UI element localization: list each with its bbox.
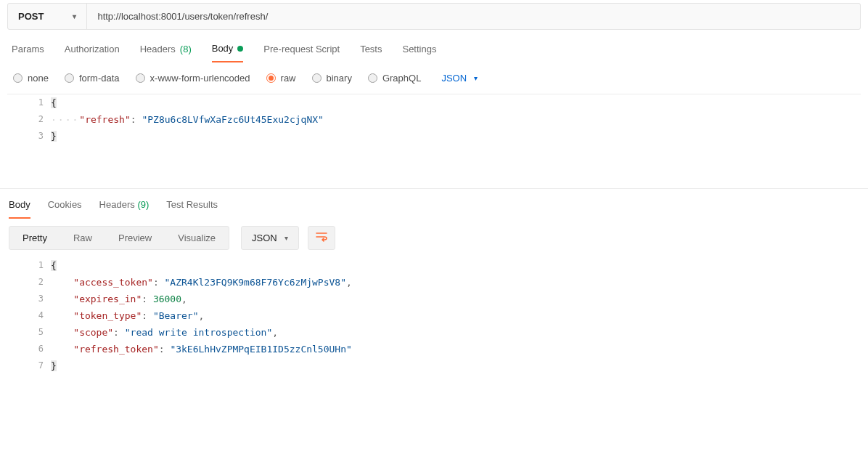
chevron-down-icon: ▾ xyxy=(474,74,478,82)
line-number: 6 xyxy=(7,341,51,357)
line-wrap-button[interactable] xyxy=(308,226,335,250)
tab-body[interactable]: Body xyxy=(212,43,244,62)
line-number: 2 xyxy=(7,274,51,291)
radio-icon xyxy=(65,73,74,83)
radio-label: none xyxy=(28,73,49,84)
response-tabs: Body Cookies Headers (9) Test Results xyxy=(0,188,868,219)
resp-tab-cookies[interactable]: Cookies xyxy=(48,199,82,219)
line-number: 1 xyxy=(7,94,51,111)
radio-label: form-data xyxy=(79,73,120,84)
resp-tab-test-results[interactable]: Test Results xyxy=(166,199,218,219)
radio-icon xyxy=(266,73,276,83)
line-number: 7 xyxy=(7,357,51,374)
view-preview-button[interactable]: Preview xyxy=(105,227,165,249)
code-content: { xyxy=(51,94,861,111)
radio-icon xyxy=(312,73,322,83)
tab-settings[interactable]: Settings xyxy=(402,43,436,62)
radio-form-data[interactable]: form-data xyxy=(65,73,120,84)
radio-label: raw xyxy=(281,73,296,84)
request-tabs: Params Authorization Headers (8) Body Pr… xyxy=(0,30,868,62)
code-content: { xyxy=(51,257,861,274)
radio-label: x-www-form-urlencoded xyxy=(150,73,250,84)
tab-headers[interactable]: Headers (8) xyxy=(140,43,192,62)
code-line: 2 ····"refresh": "PZ8u6c8LVfwXaFzc6Ut45E… xyxy=(7,111,861,128)
http-method-select[interactable]: POST ▾ xyxy=(8,4,87,29)
radio-label: binary xyxy=(327,73,352,84)
code-content: "access_token": "AZR4Kl23FQ9K9m68F76Yc6z… xyxy=(51,274,861,291)
radio-icon xyxy=(136,73,145,83)
view-pretty-button[interactable]: Pretty xyxy=(9,227,60,249)
code-line: 6 "refresh_token": "3kE6LhHvZPMPqEIB1ID5… xyxy=(7,341,861,357)
radio-none[interactable]: none xyxy=(13,73,49,84)
tab-prerequest[interactable]: Pre-request Script xyxy=(263,43,340,62)
view-visualize-button[interactable]: Visualize xyxy=(165,227,229,249)
resp-headers-label: Headers xyxy=(99,199,135,210)
content-type-select[interactable]: JSON ▾ xyxy=(441,73,478,84)
tab-tests[interactable]: Tests xyxy=(360,43,382,62)
code-content: "token_type": "Bearer", xyxy=(51,307,861,324)
tab-headers-label: Headers xyxy=(140,44,176,54)
response-format-select[interactable]: JSON ▾ xyxy=(241,226,299,250)
body-type-selector: none form-data x-www-form-urlencoded raw… xyxy=(0,62,868,94)
code-line: 1 { xyxy=(7,257,861,274)
resp-tab-body[interactable]: Body xyxy=(9,199,30,219)
code-line: 5 "scope": "read write introspection", xyxy=(7,324,861,341)
code-content: ····"refresh": "PZ8u6c8LVfwXaFzc6Ut45Exu… xyxy=(51,111,861,128)
radio-icon xyxy=(368,73,377,83)
line-wrap-icon xyxy=(316,232,327,242)
response-body-viewer[interactable]: 1 { 2 "access_token": "AZR4Kl23FQ9K9m68F… xyxy=(7,257,861,374)
chevron-down-icon: ▾ xyxy=(73,12,76,20)
view-raw-button[interactable]: Raw xyxy=(60,227,105,249)
line-number: 1 xyxy=(7,257,51,274)
chevron-down-icon: ▾ xyxy=(284,234,288,242)
headers-count: (8) xyxy=(180,44,192,54)
request-body-editor[interactable]: 1 { 2 ····"refresh": "PZ8u6c8LVfwXaFzc6U… xyxy=(7,94,861,145)
line-number: 4 xyxy=(7,307,51,324)
response-toolbar: Pretty Raw Preview Visualize JSON ▾ xyxy=(0,219,868,257)
radio-binary[interactable]: binary xyxy=(312,73,352,84)
tab-params[interactable]: Params xyxy=(12,43,44,62)
code-content: "refresh_token": "3kE6LhHvZPMPqEIB1ID5zz… xyxy=(51,341,861,357)
tab-authorization[interactable]: Authorization xyxy=(65,43,120,62)
radio-label: GraphQL xyxy=(382,73,421,84)
line-number: 3 xyxy=(7,128,51,145)
code-line: 4 "token_type": "Bearer", xyxy=(7,307,861,324)
code-line: 7 } xyxy=(7,357,861,374)
body-modified-indicator-icon xyxy=(237,46,243,52)
response-format-label: JSON xyxy=(252,232,277,243)
url-bar: POST ▾ xyxy=(7,3,861,30)
code-line: 1 { xyxy=(7,94,861,111)
code-content: } xyxy=(51,128,861,145)
radio-icon xyxy=(13,73,22,83)
radio-raw[interactable]: raw xyxy=(266,73,296,84)
resp-tab-headers[interactable]: Headers (9) xyxy=(99,199,150,219)
code-content: "expires_in": 36000, xyxy=(51,291,861,307)
line-number: 5 xyxy=(7,324,51,341)
code-line: 2 "access_token": "AZR4Kl23FQ9K9m68F76Yc… xyxy=(7,274,861,291)
line-number: 3 xyxy=(7,291,51,307)
code-line: 3 "expires_in": 36000, xyxy=(7,291,861,307)
code-content: "scope": "read write introspection", xyxy=(51,324,861,341)
radio-graphql[interactable]: GraphQL xyxy=(368,73,421,84)
code-content: } xyxy=(51,357,861,374)
radio-xwww[interactable]: x-www-form-urlencoded xyxy=(136,73,250,84)
code-line: 3 } xyxy=(7,128,861,145)
http-method-label: POST xyxy=(18,11,44,22)
url-input[interactable] xyxy=(87,4,860,29)
resp-headers-count: (9) xyxy=(137,199,149,210)
line-number: 2 xyxy=(7,111,51,128)
tab-body-label: Body xyxy=(212,43,234,54)
content-type-label: JSON xyxy=(441,73,467,84)
view-mode-group: Pretty Raw Preview Visualize xyxy=(9,226,229,250)
